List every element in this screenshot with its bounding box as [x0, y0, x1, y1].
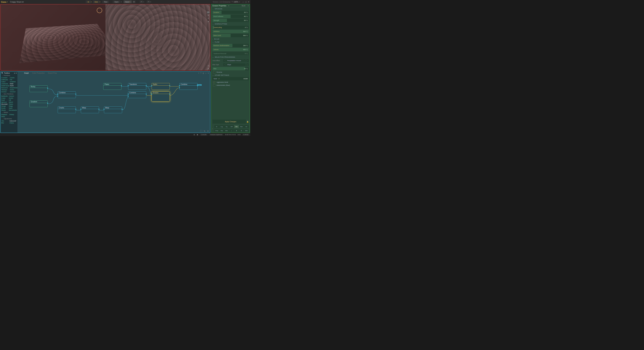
toolbox-item[interactable]: Gradient	[10, 81, 18, 83]
add-node-icon[interactable]: +	[198, 72, 199, 74]
optimizer-button[interactable]: Passive Optimizer	[209, 134, 224, 136]
redo-icon[interactable]: ↷	[147, 0, 150, 3]
prop-base-level[interactable]: Base Level500%	[212, 34, 249, 37]
fit-icon[interactable]: ⛶	[200, 130, 202, 132]
toolbox-item[interactable]: SlopeNoise	[10, 87, 18, 89]
mini-button[interactable]: Inv	[244, 125, 249, 128]
section-adjustments[interactable]: Adjustments	[4, 118, 12, 120]
mini-button[interactable]: Clip	[219, 129, 224, 132]
prop-reverse[interactable]: Reverse	[212, 71, 250, 74]
undo-icon[interactable]: ↶	[140, 0, 143, 3]
cloud-icon[interactable]: ☁	[207, 20, 210, 23]
prop-rock-softness[interactable]: Rock Softness65%	[212, 15, 249, 18]
toolbox-item[interactable]: Perlin	[10, 85, 18, 87]
section-downcutting[interactable]: DOWNCUTTING	[215, 23, 227, 25]
toolbox-item[interactable]: Fault	[1, 99, 8, 101]
toolbox-item[interactable]: Voronoi	[1, 91, 9, 93]
toolbox-item[interactable]: Gabor	[1, 81, 9, 83]
tab-graph[interactable]: Graph	[24, 72, 29, 74]
toolbox-item[interactable]: Island	[9, 101, 17, 103]
app-logo[interactable]: Gaea	[1, 1, 6, 3]
close-icon[interactable]: ✕	[248, 1, 250, 3]
mode-2d-button[interactable]: 2D	[207, 11, 210, 14]
toolbox-item[interactable]: Hill	[9, 99, 17, 101]
viewport-3d[interactable]	[1, 4, 106, 70]
toolbox-item[interactable]: AutoLevel	[10, 120, 17, 122]
graph-canvas[interactable]: Rocky Gradient Combine Cracks Warp Warp …	[18, 74, 210, 129]
prop-seed[interactable]: Seed⟳64190	[212, 77, 249, 80]
toolbox-item[interactable]: MultiFractal	[1, 85, 9, 87]
section-primitives[interactable]: Primitives	[4, 75, 10, 76]
home-icon[interactable]: ⌂	[206, 72, 206, 74]
node-cracks[interactable]: Cracks	[58, 107, 76, 113]
toolbox-item[interactable]: Crater	[1, 97, 8, 99]
console-button[interactable]: Console	[200, 134, 208, 136]
grid-icon[interactable]: ⊞	[207, 68, 210, 70]
prop-strength[interactable]: Strength50%	[212, 19, 249, 22]
props-menu-icon[interactable]: ≡	[228, 5, 229, 7]
undo-caret-icon[interactable]: ▾	[144, 1, 144, 3]
node-erosion[interactable]: Erosion	[152, 91, 170, 102]
save-options-icon[interactable]: ⚙	[132, 0, 136, 3]
minimize-icon[interactable]: —	[242, 1, 244, 3]
section-flow[interactable]: FLOW	[215, 41, 220, 43]
auto-caret-icon[interactable]: ▾	[100, 1, 100, 3]
save-button[interactable]: Save•	[124, 0, 132, 3]
section-selective[interactable]: SELECTIVE PROCESSING	[215, 56, 235, 58]
mini-button[interactable]: Clmp	[214, 129, 219, 132]
toolbox-item[interactable]: Resource	[1, 87, 9, 89]
app-menu-caret-icon[interactable]: ▾	[7, 1, 8, 3]
toolbox-item[interactable]: Canyon	[9, 95, 17, 97]
toolbox-item[interactable]: Blur	[1, 122, 9, 124]
node-transform[interactable]: Transform	[128, 83, 146, 90]
tab-color[interactable]: Color Production	[32, 72, 44, 74]
area-dropdown-icon[interactable]: ⌄	[243, 59, 246, 62]
zoom-caret-icon[interactable]: ▾	[239, 1, 240, 3]
refresh-icon[interactable]: ↻	[204, 130, 206, 132]
target-icon[interactable]: ◎	[207, 65, 210, 67]
toolbox-item[interactable]: Cracks	[10, 77, 18, 79]
toolbox-item[interactable]: Rocky	[1, 107, 8, 109]
zoom-label[interactable]: 100%	[234, 1, 238, 3]
mini-button[interactable]: Diff	[229, 125, 234, 128]
prop-deterministic[interactable]: Deterministic (Slow)	[212, 84, 250, 87]
area-prev-icon[interactable]: ‹	[223, 59, 226, 62]
toolbox-item[interactable]: Vector	[10, 89, 18, 91]
toolbox-item[interactable]: File	[10, 79, 18, 81]
section-warps[interactable]: Warps	[4, 112, 8, 113]
mini-button[interactable]: ⊕	[234, 129, 239, 132]
status-icon-1[interactable]: ◐	[194, 134, 195, 136]
bias-prev-icon[interactable]: ‹	[223, 63, 226, 66]
bias-dropdown-icon[interactable]: ⌄	[246, 63, 249, 66]
apply-changes-button[interactable]: Apply Changes🔒	[212, 120, 249, 124]
toolbox-item[interactable]: Ridge	[9, 105, 17, 107]
mini-button[interactable]: Er	[214, 125, 219, 128]
mini-button[interactable]: Log	[219, 125, 224, 128]
toolbox-item[interactable]: Range	[1, 105, 8, 107]
area-next-icon[interactable]: ›	[246, 59, 249, 62]
toolbox-item[interactable]: DriftNoise	[1, 79, 9, 81]
prop-downcutting[interactable]: Downcutting4%	[212, 26, 249, 29]
prop-volume[interactable]: Volume500%	[212, 48, 249, 51]
status-icon-2[interactable]: ▣	[197, 134, 198, 136]
toolbox-item[interactable]: Displace	[1, 114, 9, 116]
resolution-button[interactable]: 1k	[86, 0, 91, 3]
mini-button[interactable]: Blur	[224, 129, 229, 132]
viewport-2d[interactable]: ⛶ ◦ 2D A ✳ ☁ ◎ ⊞	[106, 4, 210, 70]
output-chip[interactable]: Output	[197, 84, 202, 86]
toolbox-item[interactable]: Badlands	[1, 95, 8, 97]
toolbox-item[interactable]: LineNoise	[1, 83, 9, 85]
mini-button[interactable]: ⟂	[229, 129, 234, 132]
toolbox-item[interactable]: Voronoi+	[10, 91, 18, 93]
light-icon[interactable]: ✳	[207, 17, 210, 20]
node-combine-2[interactable]: Combine	[128, 91, 146, 98]
build-menu-icon[interactable]: ≡	[248, 5, 249, 7]
resolution-caret-icon[interactable]: ▾	[91, 1, 92, 3]
mini-button[interactable]: Min	[234, 125, 239, 128]
section-scale[interactable]: SCALE	[214, 38, 219, 40]
section-erosion[interactable]: EROSION	[215, 8, 222, 10]
prop-bias-type[interactable]: Bias Type ‹ Slope ⌄	[212, 63, 249, 66]
prop-inhibition[interactable]: Inhibition500%	[212, 30, 249, 33]
toolbox-item[interactable]: Constant	[1, 77, 9, 79]
prop-sediment-removal[interactable]: Sediment Removal0%	[212, 52, 249, 55]
